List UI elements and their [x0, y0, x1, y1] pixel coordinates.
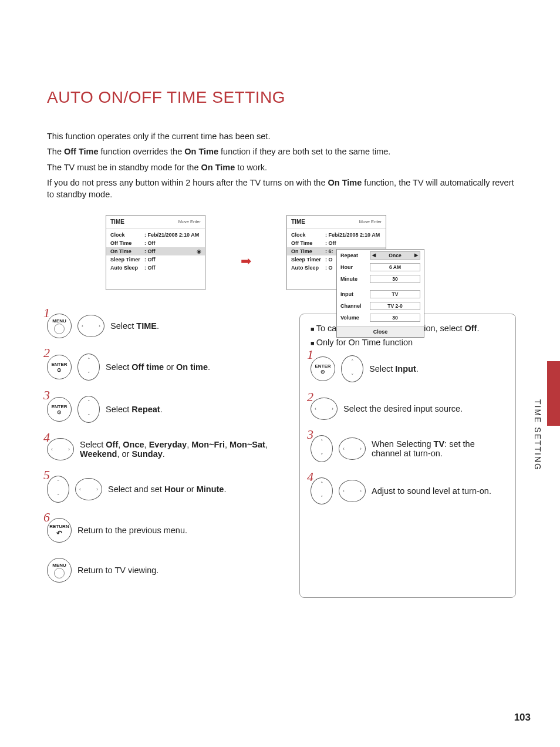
step-number: 1 — [307, 347, 313, 362]
step-menu: MENU Return to TV viewing. — [47, 558, 282, 583]
radio-icon: ◉ — [197, 248, 201, 254]
step-3: 3 ENTER⊙ ˄˅ Select Repeat. — [47, 396, 282, 423]
nav-up-down-icon: ˄˅ — [311, 477, 333, 504]
nav-left-right-icon: ‹› — [339, 480, 366, 502]
osd-row: Off Time: Off — [291, 239, 382, 247]
nav-up-down-icon: ˄˅ — [311, 435, 333, 462]
popup-row: InputTV — [337, 288, 424, 300]
nav-up-down-icon: ˄˅ — [47, 476, 69, 503]
nav-up-down-icon: ˄˅ — [341, 355, 363, 382]
step-number: 2 — [307, 389, 313, 405]
step-number: 3 — [307, 427, 313, 442]
nav-up-down-icon: ˄˅ — [77, 354, 100, 381]
intro-line-2: The Off Time function overrides the On T… — [47, 146, 516, 157]
side-tab — [547, 361, 560, 426]
osd-title: TIME — [110, 218, 124, 225]
enter-button[interactable]: ENTER⊙ — [47, 355, 72, 379]
osd-title: TIME — [291, 218, 305, 225]
return-button[interactable]: RETURN↶ — [47, 518, 72, 543]
step-number: 6 — [43, 510, 50, 525]
rstep-3: 3 ˄˅ ‹› When Selecting TV: set the chann… — [311, 435, 505, 462]
menu-button[interactable]: MENU — [47, 558, 72, 583]
popup-row: ChannelTV 2-0 — [337, 300, 424, 312]
osd-left: TIME Move Enter Clock: Feb/21/2008 2:10 … — [106, 215, 205, 290]
page-number: 103 — [514, 712, 531, 724]
nav-left-right-icon: ‹› — [47, 438, 74, 460]
osd-hints: Move Enter — [359, 219, 382, 224]
step-number: 5 — [43, 467, 50, 483]
intro-line-4: If you do not press any button within 2 … — [47, 177, 516, 201]
rstep-1: 1 ENTER⊙ ˄˅ Select Input. — [311, 355, 505, 382]
step-4: 4 ‹› Select Off, Once, Everyday, Mon~Fri… — [47, 438, 282, 460]
step-5: 5 ˄˅ ‹› Select and set Hour or Minute. — [47, 476, 282, 503]
popup-row: Minute30 — [337, 273, 424, 285]
triangle-right-icon: ▶ — [414, 253, 418, 258]
step-number: 2 — [43, 345, 50, 361]
enter-button[interactable]: ENTER⊙ — [47, 397, 72, 422]
osd-row-highlight: On Time: Off◉ — [106, 247, 205, 255]
right-info-box: To cancel On/Off Time function, select O… — [299, 314, 516, 598]
enter-button[interactable]: ENTER⊙ — [311, 356, 335, 381]
side-label: TIME SETTING — [533, 399, 542, 471]
osd-row: Clock: Feb/21/2008 2:10 AM — [291, 231, 382, 239]
step-1: 1 MENU ‹› Select TIME. — [47, 314, 282, 338]
nav-left-right-icon: ‹› — [75, 478, 102, 500]
osd-row: Off Time: Off — [110, 239, 201, 247]
step-6: 6 RETURN↶ Return to the previous menu. — [47, 518, 282, 543]
arrow-right-icon: ➡ — [241, 254, 251, 269]
intro-line-3: The TV must be in standby mode for the O… — [47, 161, 516, 173]
osd-row: Auto Sleep: Off — [110, 264, 201, 272]
popup-row: Volume30 — [337, 312, 424, 324]
bullet-ontime: Only for On Time function — [311, 338, 505, 347]
step-number: 3 — [43, 388, 50, 403]
step-number: 1 — [43, 305, 50, 321]
rstep-4: 4 ˄˅ ‹› Adjust to sound level at turn-on… — [311, 477, 505, 504]
step-number: 4 — [43, 430, 50, 445]
rstep-2: 2 ‹› Select the desired input source. — [311, 398, 505, 420]
menu-button[interactable]: MENU — [47, 314, 72, 338]
intro-block: This function operates only if the curre… — [47, 130, 516, 200]
nav-left-right-icon: ‹› — [77, 315, 104, 337]
submenu-popup: Repeat◀Once▶ Hour6 AM Minute30 InputTV C… — [336, 249, 424, 338]
popup-row: Hour6 AM — [337, 261, 424, 273]
page-title: AUTO ON/OFF TIME SETTING — [47, 88, 516, 107]
intro-line-1: This function operates only if the curre… — [47, 130, 516, 142]
osd-hints: Move Enter — [178, 219, 201, 224]
popup-row: Repeat◀Once▶ — [337, 250, 424, 261]
osd-row: Clock: Feb/21/2008 2:10 AM — [110, 231, 201, 239]
nav-left-right-icon: ‹› — [311, 398, 338, 420]
nav-left-right-icon: ‹› — [339, 438, 366, 460]
close-button[interactable]: Close — [337, 326, 424, 337]
step-2: 2 ENTER⊙ ˄˅ Select Off time or On time. — [47, 354, 282, 381]
triangle-left-icon: ◀ — [372, 253, 376, 258]
step-number: 4 — [307, 469, 313, 484]
nav-up-down-icon: ˄˅ — [77, 396, 100, 423]
osd-row: Sleep Timer: Off — [110, 255, 201, 264]
